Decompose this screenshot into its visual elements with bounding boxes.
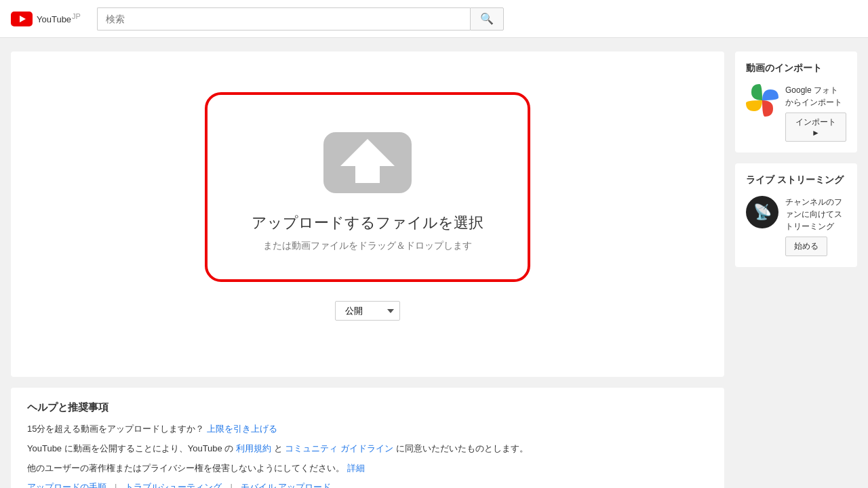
search-input[interactable]: [97, 7, 470, 30]
import-service-info: Google フォトからインポート インポート►: [785, 84, 846, 142]
help-text2-before: YouTube に動画を公開することにより、YouTube の: [27, 443, 233, 453]
help-links: アップロードの手順 | トラブルシューティング | モバイル アップロード: [27, 481, 708, 488]
help-text2: YouTube に動画を公開することにより、YouTube の 利用規約 と コ…: [27, 442, 708, 456]
logo-text-label: YouTube: [37, 15, 71, 25]
streaming-icon: 📡: [746, 196, 778, 228]
streaming-service: 📡 チャンネルのファンに向けてストリーミング 始める: [746, 196, 846, 256]
upload-icon-container: [320, 122, 415, 197]
import-service: Google フォトからインポート インポート►: [746, 84, 846, 142]
upload-title: アップロードするファイルを選択: [252, 213, 484, 233]
help-sep1: |: [115, 481, 117, 488]
streaming-service-info: チャンネルのファンに向けてストリーミング 始める: [785, 196, 846, 256]
help-text1: 15分を超える動画をアップロードしますか？ 上限を引き上げる: [27, 422, 708, 436]
search-icon: 🔍: [480, 12, 494, 25]
page: アップロードするファイルを選択 または動画ファイルをドラッグ＆ドロップします 公…: [0, 38, 868, 488]
upload-drop-area[interactable]: アップロードするファイルを選択 または動画ファイルをドラッグ＆ドロップします: [205, 92, 530, 282]
upload-card: アップロードするファイルを選択 または動画ファイルをドラッグ＆ドロップします 公…: [11, 52, 724, 377]
help-sep2: |: [230, 481, 232, 488]
logo-text: YouTubeJP: [37, 12, 81, 24]
streaming-card-title: ライブ ストリーミング: [746, 174, 846, 186]
streaming-service-desc: チャンネルのファンに向けてストリーミング: [785, 196, 846, 232]
help-text1-before: 15分を超える動画をアップロードしますか？: [27, 424, 204, 434]
logo-jp-label: JP: [72, 12, 81, 20]
help-text2-after: に同意いただいたものとします。: [396, 443, 528, 453]
upload-icon: [320, 122, 415, 197]
streaming-card: ライブ ストリーミング 📡 チャンネルのファンに向けてストリーミング 始める: [735, 163, 857, 267]
logo-area[interactable]: YouTubeJP: [11, 12, 81, 26]
help-troubleshoot-link[interactable]: トラブルシューティング: [125, 481, 222, 488]
help-tos-link[interactable]: 利用規約: [236, 443, 271, 453]
import-service-desc: Google フォトからインポート: [785, 84, 846, 108]
import-button[interactable]: インポート►: [785, 113, 846, 142]
help-mobile-link[interactable]: モバイル アップロード: [241, 481, 332, 488]
sidebar: 動画のインポート Google フォトからインポ: [735, 52, 857, 488]
help-text2-between: と: [274, 443, 283, 453]
help-detail-link[interactable]: 詳細: [347, 463, 365, 473]
upload-subtitle: または動画ファイルをドラッグ＆ドロップします: [263, 240, 472, 252]
help-upload-guide-link[interactable]: アップロードの手順: [27, 481, 106, 488]
help-guidelines-link[interactable]: コミュニティ ガイドライン: [285, 443, 393, 453]
streaming-waves-icon: 📡: [753, 203, 772, 221]
visibility-select[interactable]: 公開 限定公開 非公開: [335, 301, 400, 321]
header: YouTubeJP 🔍: [0, 0, 868, 38]
visibility-row: 公開 限定公開 非公開: [335, 301, 400, 321]
import-card-title: 動画のインポート: [746, 62, 846, 75]
main-content: アップロードするファイルを選択 または動画ファイルをドラッグ＆ドロップします 公…: [11, 52, 724, 488]
help-text3: 他のユーザーの著作権またはプライバシー権を侵害しないようにしてください。 詳細: [27, 462, 708, 476]
help-limit-link[interactable]: 上限を引き上げる: [207, 424, 277, 434]
google-photos-icon: [746, 84, 778, 117]
youtube-logo-icon: [11, 12, 33, 26]
streaming-service-row: 📡 チャンネルのファンに向けてストリーミング 始める: [746, 196, 846, 256]
streaming-start-button[interactable]: 始める: [785, 237, 827, 256]
import-service-row: Google フォトからインポート インポート►: [746, 84, 846, 142]
help-title: ヘルプと推奨事項: [27, 401, 708, 414]
import-card: 動画のインポート Google フォトからインポ: [735, 52, 857, 152]
search-bar: 🔍: [97, 7, 504, 30]
search-button[interactable]: 🔍: [470, 7, 504, 30]
help-text3-content: 他のユーザーの著作権またはプライバシー権を侵害しないようにしてください。: [27, 463, 344, 473]
help-section: ヘルプと推奨事項 15分を超える動画をアップロードしますか？ 上限を引き上げる …: [11, 388, 724, 488]
